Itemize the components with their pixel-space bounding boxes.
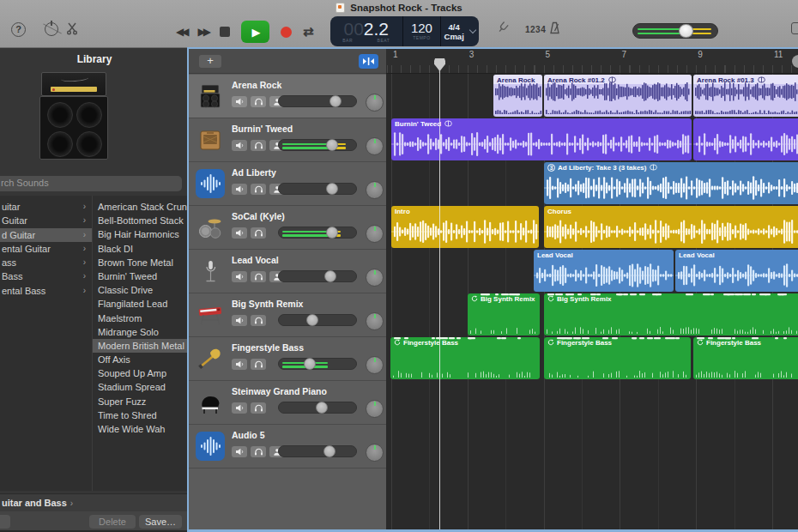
track-header-big-synth-remix[interactable]: Big Synth Remix bbox=[189, 293, 386, 337]
track-volume-slider[interactable] bbox=[278, 402, 357, 414]
track-header-lead-vocal[interactable]: Lead Vocal bbox=[189, 250, 386, 293]
track-solo-button[interactable] bbox=[251, 446, 266, 457]
library-preset[interactable]: Flangilated Lead bbox=[93, 297, 189, 311]
track-header-arena-rock[interactable]: Arena Rock bbox=[189, 75, 386, 118]
region-burnin-tweed[interactable]: Burnin' Tweed bbox=[391, 118, 692, 160]
library-category[interactable]: Guitar› bbox=[0, 214, 92, 227]
track-header-audio-5[interactable]: Audio 5 bbox=[189, 425, 386, 469]
track-pan-knob[interactable] bbox=[366, 400, 384, 418]
library-breadcrumb[interactable]: uitar and Bass› bbox=[0, 493, 189, 511]
forward-button[interactable]: ▶▶ bbox=[197, 26, 208, 38]
library-preset[interactable]: Classic Drive bbox=[93, 283, 189, 297]
track-pan-knob[interactable] bbox=[366, 181, 384, 199]
track-header-ad-liberty[interactable]: Ad Liberty bbox=[189, 162, 386, 206]
track-solo-button[interactable] bbox=[251, 227, 266, 239]
track-solo-button[interactable] bbox=[251, 140, 266, 151]
track-mute-button[interactable] bbox=[232, 446, 247, 457]
track-solo-button[interactable] bbox=[251, 315, 266, 326]
region-fingerstyle-bass[interactable]: Fingerstyle Bass bbox=[390, 337, 540, 379]
library-preset[interactable]: Wide Wide Wah bbox=[93, 422, 189, 436]
region-big-synth-remix[interactable]: Big Synth Remix bbox=[544, 293, 798, 336]
library-preset[interactable]: Big Hair Harmonics bbox=[93, 227, 189, 241]
track-volume-slider[interactable] bbox=[278, 227, 357, 239]
add-track-button[interactable]: + bbox=[199, 55, 221, 68]
library-preset[interactable]: Burnin' Tweed bbox=[93, 269, 189, 283]
region-lead-vocal[interactable]: Lead Vocal bbox=[675, 250, 798, 292]
track-header-fingerstyle-bass[interactable]: Fingerstyle Bass bbox=[189, 337, 386, 381]
library-preset[interactable]: Time to Shred bbox=[93, 408, 189, 422]
region-fingerstyle-bass[interactable]: Fingerstyle Bass bbox=[693, 337, 798, 379]
bar-ruler[interactable]: 1357911 bbox=[386, 49, 798, 74]
track-mute-button[interactable] bbox=[232, 96, 247, 107]
region-arena-rock-01-3[interactable]: Arena Rock #01.3 bbox=[693, 75, 798, 117]
stop-button[interactable] bbox=[220, 27, 230, 37]
save-button[interactable]: Save… bbox=[139, 515, 182, 529]
cycle-button[interactable]: ⇄ bbox=[303, 24, 314, 39]
track-mute-button[interactable] bbox=[232, 402, 247, 414]
library-preset[interactable]: Modern British Metal bbox=[93, 339, 189, 353]
region-intro[interactable]: Intro bbox=[391, 206, 539, 248]
track-solo-button[interactable] bbox=[251, 184, 266, 195]
region-fingerstyle-bass[interactable]: Fingerstyle Bass bbox=[544, 337, 691, 379]
library-preset[interactable]: Brown Tone Metal bbox=[93, 256, 189, 269]
track-volume-slider[interactable] bbox=[278, 270, 357, 282]
count-in-button[interactable]: 1234 bbox=[525, 25, 546, 34]
library-preset[interactable]: Black DI bbox=[93, 242, 189, 256]
library-preset[interactable]: Super Fuzz bbox=[93, 395, 189, 408]
quick-help-icon[interactable]: ? bbox=[11, 22, 26, 37]
track-solo-button[interactable] bbox=[251, 96, 266, 107]
track-mute-button[interactable] bbox=[232, 140, 247, 151]
library-preset[interactable]: Midrange Solo bbox=[93, 325, 189, 339]
track-volume-slider[interactable] bbox=[278, 445, 357, 457]
rewind-button[interactable]: ◀◀ bbox=[176, 26, 186, 38]
region-arena-rock[interactable]: Arena Rock bbox=[493, 75, 542, 117]
library-category[interactable]: ental Bass› bbox=[0, 284, 92, 298]
track-pan-knob[interactable] bbox=[366, 356, 384, 374]
region-big-synth-remix[interactable]: Big Synth Remix bbox=[468, 293, 540, 336]
track-mute-button[interactable] bbox=[232, 227, 247, 239]
timeline-area[interactable]: 1357911 Arena Rock Arena Rock #01.2 Aren… bbox=[386, 49, 798, 529]
track-header-steinway-grand-piano[interactable]: Steinway Grand Piano bbox=[189, 381, 386, 425]
track-volume-slider[interactable] bbox=[278, 95, 357, 107]
library-preset[interactable]: Maelstrom bbox=[93, 311, 189, 325]
tuner-icon[interactable] bbox=[496, 21, 510, 37]
track-mute-button[interactable] bbox=[232, 184, 247, 195]
library-category[interactable]: ental Guitar› bbox=[0, 242, 92, 256]
record-button[interactable] bbox=[281, 27, 292, 38]
library-category[interactable]: d Guitar› bbox=[0, 228, 92, 242]
library-preset[interactable]: Off Axis bbox=[93, 353, 189, 366]
track-volume-slider[interactable] bbox=[278, 183, 357, 195]
track-solo-button[interactable] bbox=[251, 402, 266, 414]
track-pan-knob[interactable] bbox=[366, 269, 384, 287]
track-header-socal-kyle-[interactable]: SoCal (Kyle) bbox=[189, 206, 386, 250]
track-pan-knob[interactable] bbox=[366, 312, 384, 330]
region-part[interactable] bbox=[693, 118, 798, 160]
play-button[interactable]: ▶ bbox=[241, 21, 269, 43]
search-sounds-field[interactable]: rch Sounds bbox=[0, 176, 182, 191]
library-preset[interactable]: American Stack Crunch bbox=[93, 200, 189, 214]
revert-button[interactable] bbox=[0, 515, 10, 529]
catch-playhead-button[interactable] bbox=[359, 54, 378, 69]
lcd-chevron-icon[interactable] bbox=[467, 16, 479, 46]
track-pan-knob[interactable] bbox=[366, 94, 384, 112]
metronome-icon[interactable] bbox=[547, 21, 562, 38]
track-pan-knob[interactable] bbox=[366, 444, 384, 462]
track-pan-knob[interactable] bbox=[366, 225, 384, 243]
region-arena-rock-01-2[interactable]: Arena Rock #01.2 bbox=[544, 75, 692, 117]
region-ad-liberty-take-3-3-takes-[interactable]: 3Ad Liberty: Take 3 (3 takes) bbox=[544, 162, 798, 204]
master-volume-knob[interactable] bbox=[679, 24, 693, 38]
track-solo-button[interactable] bbox=[251, 359, 266, 370]
library-preset[interactable]: Bell-Bottomed Stack bbox=[93, 214, 189, 227]
track-volume-slider[interactable] bbox=[278, 358, 357, 370]
track-header-burnin-tweed[interactable]: Burnin' Tweed bbox=[189, 118, 386, 162]
master-volume-slider[interactable] bbox=[632, 23, 718, 39]
track-mute-button[interactable] bbox=[232, 359, 247, 370]
library-category[interactable]: ass› bbox=[0, 256, 92, 269]
library-preset[interactable]: Souped Up Amp bbox=[93, 366, 189, 380]
track-volume-slider[interactable] bbox=[278, 314, 357, 326]
track-mute-button[interactable] bbox=[232, 315, 247, 326]
library-category[interactable]: Bass› bbox=[0, 269, 92, 283]
lcd-display[interactable]: 002.2 BARBEAT 120 TEMPO 4/4 Cmaj bbox=[330, 16, 479, 46]
track-pan-knob[interactable] bbox=[366, 137, 384, 155]
library-category[interactable]: uitar› bbox=[0, 200, 92, 214]
